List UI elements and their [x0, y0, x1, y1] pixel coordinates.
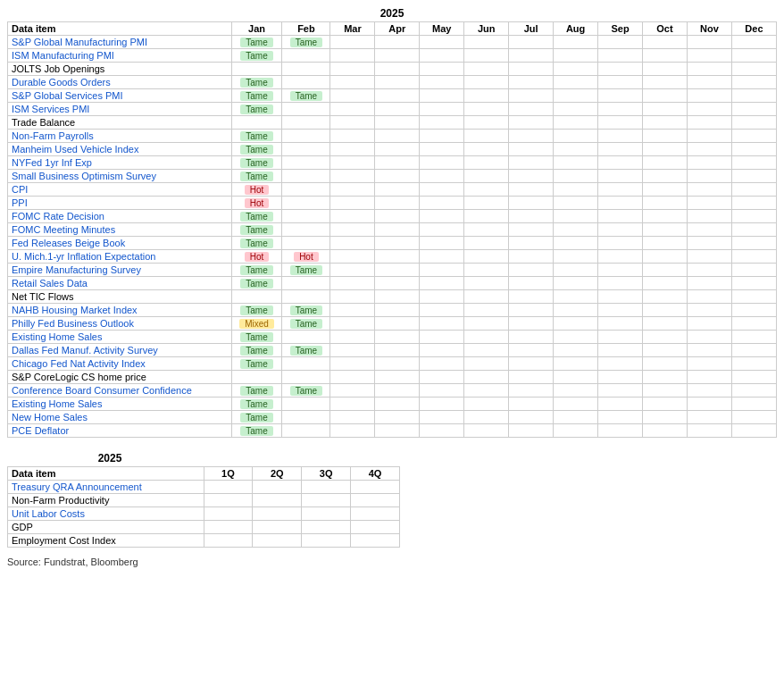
cell-aug: [554, 344, 598, 357]
cell-aug: [554, 89, 598, 103]
cell-jan: Tame: [231, 130, 282, 143]
cell-sep: [598, 183, 643, 197]
cell-dec: [731, 411, 776, 424]
cell-may: [420, 398, 464, 411]
cell-jul: [509, 424, 554, 438]
table-row: Existing Home SalesTame: [8, 398, 777, 411]
cell-apr: [375, 183, 420, 197]
table-row: Treasury QRA Announcement: [8, 481, 400, 494]
cell-aug: [554, 36, 598, 49]
data-item-name: S&P Global Manufacturing PMI: [8, 36, 232, 49]
cell-sep: [598, 223, 643, 237]
cell-apr: [375, 424, 420, 438]
data-item-name: Dallas Fed Manuf. Activity Survey: [8, 344, 232, 357]
cell-dec: [731, 210, 776, 223]
cell-jul: [509, 331, 554, 344]
badge-tame: Tame: [240, 426, 272, 436]
cell-may: [420, 411, 464, 424]
cell-aug: [554, 223, 598, 237]
cell-sep: [598, 237, 643, 250]
quarterly-table: Data item1Q2Q3Q4QTreasury QRA Announceme…: [7, 466, 400, 548]
cell-jun: [464, 357, 509, 371]
cell-apr: [375, 49, 420, 63]
q-col-header-2q: 2Q: [253, 467, 302, 481]
cell-may: [420, 49, 464, 63]
badge-tame: Tame: [290, 319, 322, 329]
cell-sep: [598, 411, 643, 424]
cell-apr: [375, 384, 420, 398]
cell-aug: [554, 290, 598, 304]
cell-may: [420, 76, 464, 89]
cell-jul: [509, 223, 554, 237]
cell-feb: [282, 277, 330, 290]
cell-jan: Tame: [231, 103, 282, 116]
cell-mar: [330, 331, 375, 344]
data-item-name: FOMC Meeting Minutes: [8, 223, 232, 237]
cell-jun: [464, 317, 509, 331]
cell-sep: [598, 197, 643, 210]
cell-jul: [509, 103, 554, 116]
cell-sep: [598, 371, 643, 384]
cell-dec: [731, 344, 776, 357]
cell-nov: [687, 424, 731, 438]
table-row: Empire Manufacturing SurveyTameTame: [8, 264, 777, 277]
badge-tame: Tame: [240, 332, 272, 342]
q-col-header-4q: 4Q: [351, 467, 400, 481]
q-cell-4q: [351, 481, 400, 494]
q-data-item-name: Employment Cost Index: [8, 534, 204, 548]
table-row: Employment Cost Index: [8, 534, 400, 548]
data-item-name: NYFed 1yr Inf Exp: [8, 156, 232, 170]
cell-jan: Mixed: [231, 317, 282, 331]
cell-sep: [598, 384, 643, 398]
cell-apr: [375, 317, 420, 331]
cell-jan: Tame: [231, 143, 282, 156]
cell-jan: Tame: [231, 237, 282, 250]
badge-hot: Hot: [245, 198, 270, 208]
badge-tame: Tame: [290, 306, 322, 315]
cell-jan: Tame: [231, 264, 282, 277]
col-header-jun: Jun: [464, 22, 509, 36]
table-row: FOMC Rate DecisionTame: [8, 210, 777, 223]
cell-sep: [598, 156, 643, 170]
cell-feb: [282, 156, 330, 170]
cell-jul: [509, 116, 554, 130]
col-header-nov: Nov: [687, 22, 731, 36]
cell-dec: [731, 103, 776, 116]
cell-dec: [731, 424, 776, 438]
badge-hot: Hot: [245, 185, 270, 195]
col-header-jan: Jan: [231, 22, 282, 36]
cell-oct: [643, 210, 688, 223]
cell-jul: [509, 237, 554, 250]
cell-nov: [687, 156, 731, 170]
cell-oct: [643, 398, 688, 411]
cell-oct: [643, 237, 688, 250]
cell-may: [420, 63, 464, 76]
table-row: ISM Manufacturing PMITame: [8, 49, 777, 63]
cell-dec: [731, 317, 776, 331]
cell-nov: [687, 130, 731, 143]
cell-jun: [464, 277, 509, 290]
cell-oct: [643, 344, 688, 357]
cell-jan: Tame: [231, 411, 282, 424]
cell-apr: [375, 411, 420, 424]
cell-may: [420, 156, 464, 170]
cell-aug: [554, 357, 598, 371]
cell-sep: [598, 317, 643, 331]
cell-apr: [375, 290, 420, 304]
col-header-oct: Oct: [643, 22, 688, 36]
q-cell-4q: [351, 507, 400, 521]
cell-nov: [687, 277, 731, 290]
cell-apr: [375, 250, 420, 264]
cell-jul: [509, 398, 554, 411]
q-cell-4q: [351, 534, 400, 548]
cell-may: [420, 183, 464, 197]
cell-aug: [554, 250, 598, 264]
cell-may: [420, 170, 464, 183]
cell-feb: Tame: [282, 384, 330, 398]
cell-jan: Tame: [231, 170, 282, 183]
q-cell-1q: [204, 507, 253, 521]
cell-aug: [554, 384, 598, 398]
cell-dec: [731, 237, 776, 250]
cell-aug: [554, 103, 598, 116]
cell-apr: [375, 197, 420, 210]
